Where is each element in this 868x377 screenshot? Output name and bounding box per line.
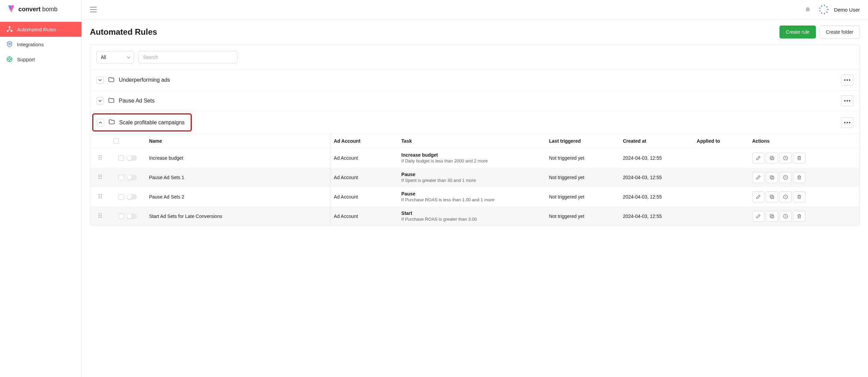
duplicate-button[interactable]: [766, 191, 778, 202]
folder-name[interactable]: Pause Ad Sets: [119, 98, 155, 104]
clock-icon: [783, 194, 788, 200]
delete-button[interactable]: [793, 153, 805, 163]
notifications-icon[interactable]: [805, 6, 811, 13]
table-row: Increase budget Ad Account Increase budg…: [90, 148, 859, 168]
svg-point-38: [101, 196, 102, 197]
svg-point-26: [99, 175, 100, 176]
rules-panel: All Underperforming ads: [90, 45, 860, 226]
folder-name[interactable]: Scale profitable campaigns: [119, 120, 185, 126]
user-menu[interactable]: Demo User: [818, 3, 860, 16]
table-row: Pause Ad Sets 2 Ad Account Pause If Purc…: [90, 187, 859, 206]
rule-name[interactable]: Pause Ad Sets 2: [149, 194, 185, 200]
svg-point-29: [101, 176, 102, 177]
rule-name[interactable]: Increase budget: [149, 155, 183, 161]
trash-icon: [796, 194, 802, 200]
pencil-icon: [756, 214, 761, 219]
folder-row: Underperforming ads: [90, 69, 859, 90]
svg-rect-42: [770, 195, 773, 198]
duplicate-button[interactable]: [766, 172, 778, 183]
rule-name[interactable]: Start Ad Sets for Late Conversions: [149, 214, 222, 219]
edit-button[interactable]: [752, 211, 764, 222]
sidebar-item-integrations[interactable]: Integrations: [0, 37, 81, 52]
task-desc: If Purchase ROAS is less than 1.00 and 1…: [401, 197, 542, 202]
svg-point-36: [101, 194, 102, 195]
copy-icon: [769, 194, 775, 200]
svg-point-28: [99, 176, 100, 177]
col-created-at: Created at: [619, 134, 693, 148]
pencil-icon: [756, 194, 761, 200]
duplicate-button[interactable]: [766, 211, 778, 222]
col-actions: Actions: [749, 134, 859, 148]
expand-toggle[interactable]: [96, 76, 104, 84]
chevron-down-icon: [98, 99, 102, 103]
expand-toggle[interactable]: [96, 97, 104, 105]
svg-rect-32: [771, 176, 774, 179]
svg-point-7: [9, 58, 11, 60]
folder-more-button[interactable]: [841, 95, 853, 106]
svg-rect-8: [824, 5, 825, 6]
row-toggle[interactable]: [127, 155, 137, 161]
folder-more-button[interactable]: [841, 117, 853, 128]
row-toggle[interactable]: [127, 175, 137, 180]
rules-table: Name Ad Account Task Last triggered Crea…: [90, 133, 859, 226]
task-desc: If Daily budget is less than 2000 and 2 …: [401, 158, 542, 163]
folder-name[interactable]: Underperforming ads: [119, 77, 170, 83]
schedule-button[interactable]: [779, 211, 792, 222]
pencil-icon: [756, 175, 761, 180]
duplicate-button[interactable]: [766, 153, 778, 163]
sidebar-item-label: Integrations: [17, 42, 44, 47]
row-checkbox[interactable]: [119, 214, 124, 219]
svg-point-21: [99, 159, 100, 160]
create-folder-button[interactable]: Create folder: [819, 26, 860, 38]
svg-point-45: [101, 214, 102, 215]
menu-toggle-icon[interactable]: [90, 7, 97, 12]
edit-button[interactable]: [752, 172, 764, 183]
rule-created-at: 2024-04-03, 12:55: [623, 214, 662, 219]
select-all-checkbox[interactable]: [113, 138, 119, 144]
sidebar-item-rules[interactable]: Automated Rules: [0, 22, 81, 37]
folder-more-button[interactable]: [841, 75, 853, 85]
task-title: Pause: [401, 191, 542, 197]
row-checkbox[interactable]: [119, 175, 124, 180]
trash-icon: [796, 214, 802, 219]
svg-point-5: [9, 43, 11, 45]
delete-button[interactable]: [793, 172, 805, 183]
row-checkbox[interactable]: [119, 194, 124, 200]
drag-handle-icon[interactable]: [90, 206, 110, 226]
drag-handle-icon[interactable]: [90, 168, 110, 187]
drag-handle-icon[interactable]: [90, 148, 110, 168]
row-toggle[interactable]: [127, 214, 137, 219]
rule-created-at: 2024-04-03, 12:55: [623, 175, 662, 180]
rule-ad-account: Ad Account: [334, 194, 358, 200]
schedule-button[interactable]: [779, 191, 792, 202]
delete-button[interactable]: [793, 191, 805, 202]
rules-icon: [6, 26, 13, 33]
logo[interactable]: convert bomb: [0, 0, 81, 18]
chevron-down-icon: [98, 78, 102, 82]
sidebar-item-label: Automated Rules: [17, 27, 56, 32]
edit-button[interactable]: [752, 153, 764, 163]
svg-rect-15: [819, 7, 821, 9]
create-rule-button[interactable]: Create rule: [779, 26, 816, 38]
task-title: Start: [401, 210, 542, 216]
avatar-icon: [818, 3, 830, 16]
edit-button[interactable]: [752, 191, 764, 202]
drag-handle-icon[interactable]: [90, 187, 110, 206]
row-checkbox[interactable]: [119, 155, 124, 161]
table-row: Pause Ad Sets 1 Ad Account Pause If Spen…: [90, 168, 859, 187]
rule-name[interactable]: Pause Ad Sets 1: [149, 175, 185, 180]
task-title: Increase budget: [401, 152, 542, 158]
schedule-button[interactable]: [779, 153, 792, 163]
task-title: Pause: [401, 172, 542, 177]
svg-point-46: [99, 215, 100, 216]
row-toggle[interactable]: [127, 194, 137, 200]
schedule-button[interactable]: [779, 172, 792, 183]
rule-ad-account: Ad Account: [334, 175, 358, 180]
svg-point-37: [99, 196, 100, 197]
search-input[interactable]: [139, 51, 237, 63]
sidebar-item-support[interactable]: Support: [0, 52, 81, 67]
filter-select[interactable]: All: [96, 51, 134, 63]
delete-button[interactable]: [793, 211, 805, 222]
expand-toggle[interactable]: [97, 119, 104, 126]
rule-last-triggered: Not triggered yet: [549, 214, 584, 219]
